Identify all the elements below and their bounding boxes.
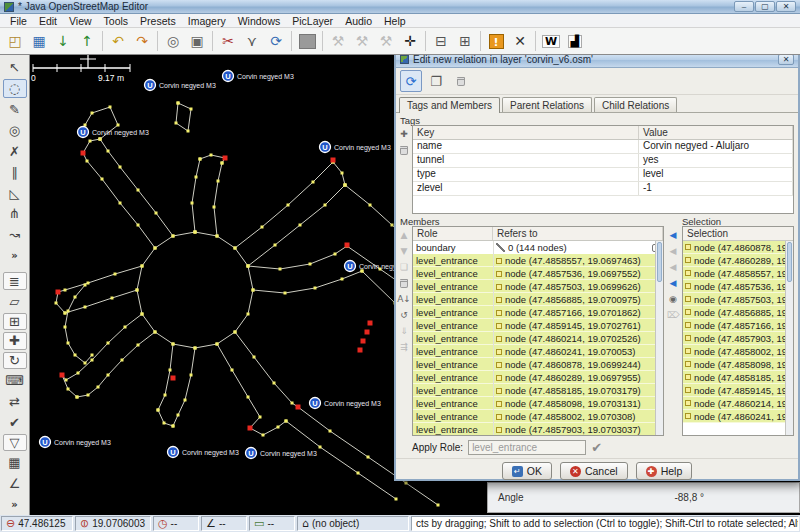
tab-parent-relations[interactable]: Parent Relations xyxy=(502,97,592,112)
add-selected-at-end-button[interactable]: ◀ xyxy=(666,276,680,290)
selection-row[interactable]: node (47.4857166, 19.0701862) xyxy=(683,319,793,332)
menu-view[interactable]: View xyxy=(63,15,98,27)
add-selected-after-button[interactable]: ◀ xyxy=(666,260,680,274)
member-row[interactable]: level_entrancenode (47.4860241, 19.07005… xyxy=(413,345,663,358)
select-tool-button[interactable]: ↖ xyxy=(3,58,27,77)
remove-selected-members-button[interactable]: ⌦ xyxy=(666,308,680,322)
presets-panel-toggle-button[interactable]: ✚ xyxy=(3,332,27,349)
menu-piclayer[interactable]: PicLayer xyxy=(286,15,339,27)
adjust-tool-3-button[interactable]: ⚒ xyxy=(374,30,398,53)
car-routing-button[interactable]: ⊟ xyxy=(429,30,453,53)
menu-help[interactable]: Help xyxy=(378,15,412,27)
menu-edit[interactable]: Edit xyxy=(33,15,63,27)
add-tag-button[interactable]: ✚ xyxy=(397,127,411,141)
member-row[interactable]: level_entrancenode (47.4859145, 19.07027… xyxy=(413,319,663,332)
selection-row[interactable]: node (47.4858002, 19.070308) xyxy=(683,345,793,358)
wikipedia-button[interactable]: W xyxy=(539,30,563,53)
split-way-button[interactable]: ⋎ xyxy=(240,30,264,53)
zoom-to-selection-button[interactable]: ◎ xyxy=(161,30,185,53)
tab-child-relations[interactable]: Child Relations xyxy=(594,97,677,112)
reverse-order-button[interactable]: ↺ xyxy=(397,308,411,322)
ok-button[interactable]: ↵ OK xyxy=(502,462,552,480)
extrude-tool-button[interactable]: ◺ xyxy=(3,184,27,203)
menu-audio[interactable]: Audio xyxy=(339,15,378,27)
add-selected-at-start-button[interactable]: ◀ xyxy=(666,228,680,242)
tag-row[interactable]: zlevel-1 xyxy=(413,182,793,196)
download-incomplete-members-button[interactable]: ⇶ xyxy=(397,340,411,354)
member-row[interactable]: level_entrancenode (47.4857503, 19.06996… xyxy=(413,280,663,293)
upload-data-button[interactable]: ↑ xyxy=(75,30,99,53)
move-member-down-button[interactable]: ▼ xyxy=(397,244,411,258)
combine-way-button[interactable]: ✂ xyxy=(216,30,240,53)
undo-button[interactable]: ↶ xyxy=(106,30,130,53)
selection-row[interactable]: node (47.4857536, 19.0697552) xyxy=(683,280,793,293)
selection-row[interactable]: node (47.4856885, 19.0700975) xyxy=(683,306,793,319)
selection-row[interactable]: node (47.4860289, 19.0697955) xyxy=(683,254,793,267)
close-tool-button[interactable]: ✕ xyxy=(508,30,532,53)
tools-overflow-button[interactable]: » xyxy=(3,246,27,265)
duplicate-relation-button[interactable]: ❐ xyxy=(425,70,447,92)
apply-changes-button[interactable]: ⟳ xyxy=(400,70,422,92)
follow-line-tool-button[interactable]: ↝ xyxy=(3,225,27,244)
synchronize-button[interactable]: ⟳ xyxy=(264,30,288,53)
panels-overflow-button[interactable]: » xyxy=(3,495,27,514)
relations-panel-toggle-button[interactable]: ⊞ xyxy=(3,313,27,330)
delete-member-button[interactable] xyxy=(397,276,411,290)
delete-tool-button[interactable]: ✗ xyxy=(3,142,27,161)
menu-presets[interactable]: Presets xyxy=(134,15,182,27)
member-row[interactable]: boundary0 (144 nodes) xyxy=(413,241,663,254)
lasso-tool-button[interactable]: ◌ xyxy=(3,79,27,98)
download-members-button[interactable]: ⇓ xyxy=(397,324,411,338)
member-row[interactable]: level_entrancenode (47.4857903, 19.07030… xyxy=(413,423,663,436)
redo-button[interactable]: ↷ xyxy=(130,30,154,53)
selection-row[interactable]: node (47.4857903, 19.0703037) xyxy=(683,332,793,345)
open-file-button[interactable]: ◰ xyxy=(3,30,27,53)
dialog-close-button[interactable]: ✕ xyxy=(778,54,794,65)
selection-row[interactable]: node (47.4860878, 19.0699244) xyxy=(683,241,793,254)
pan-tool-button[interactable]: ✛ xyxy=(398,30,422,53)
tag-row[interactable]: tunnelyes xyxy=(413,154,793,168)
conflicts-panel-toggle-button[interactable]: ▦ xyxy=(3,453,27,472)
download-data-button[interactable]: ↓ xyxy=(51,30,75,53)
menu-tools[interactable]: Tools xyxy=(98,15,135,27)
tag-row[interactable]: nameCorvin negyed - Aluljaro xyxy=(413,140,793,154)
adjust-tool-1-button[interactable]: ⚒ xyxy=(326,30,350,53)
selection-row[interactable]: node (47.4857503, 19.0699626) xyxy=(683,293,793,306)
transit-button[interactable]: ⊞ xyxy=(453,30,477,53)
tags-panel-toggle-button[interactable]: ▱ xyxy=(3,292,27,311)
statistics-button[interactable]: ▟ xyxy=(563,30,587,53)
filter-panel-toggle-button[interactable]: ▽ xyxy=(3,434,27,451)
member-row[interactable]: level_entrancenode (47.4858002, 19.07030… xyxy=(413,410,663,423)
selection-row[interactable]: node (47.4860241, 19.070053) xyxy=(683,410,793,423)
selection-row[interactable]: node (47.4860214, 19.0702526) xyxy=(683,397,793,410)
member-row[interactable]: level_entrancenode (47.4857166, 19.07018… xyxy=(413,306,663,319)
close-button[interactable]: ✕ xyxy=(776,1,796,12)
sort-members-button[interactable]: A↓ xyxy=(397,292,411,306)
member-row[interactable]: level_entrancenode (47.4858098, 19.07031… xyxy=(413,397,663,410)
merge-layers-button[interactable]: ⇄ xyxy=(3,392,27,411)
layers-panel-toggle-button[interactable]: ≣ xyxy=(3,272,27,289)
adjust-tool-2-button[interactable]: ⚒ xyxy=(350,30,374,53)
member-row[interactable]: level_entrancenode (47.4860878, 19.06992… xyxy=(413,358,663,371)
minimize-button[interactable]: ‒ xyxy=(734,1,754,12)
parallel-way-tool-button[interactable]: ∥ xyxy=(3,163,27,182)
menu-windows[interactable]: Windows xyxy=(232,15,287,27)
menu-file[interactable]: File xyxy=(4,15,33,27)
selection-row[interactable]: node (47.4858098, 19.0703131) xyxy=(683,358,793,371)
history-panel-toggle-button[interactable]: ↻ xyxy=(3,352,27,369)
draw-node-tool-button[interactable]: ✎ xyxy=(3,100,27,119)
duplicate-member-button[interactable]: ❏ xyxy=(397,260,411,274)
members-scrollbar[interactable] xyxy=(655,241,663,435)
member-row[interactable]: level_entrancenode (47.4857536, 19.06975… xyxy=(413,267,663,280)
move-member-up-button[interactable]: ▲ xyxy=(397,228,411,242)
selection-row[interactable]: node (47.4858557, 19.0697463) xyxy=(683,267,793,280)
warning-button[interactable]: ! xyxy=(484,30,508,53)
save-button[interactable]: ▦ xyxy=(27,30,51,53)
help-button[interactable]: ✚ Help xyxy=(636,462,693,480)
maximize-button[interactable]: ▢ xyxy=(755,1,775,12)
selection-scrollbar[interactable] xyxy=(785,241,793,435)
selection-row[interactable]: node (47.4858185, 19.0703179) xyxy=(683,371,793,384)
preferences-button[interactable]: ▣ xyxy=(185,30,209,53)
tag-row[interactable]: typelevel xyxy=(413,168,793,182)
member-row[interactable]: level_entrancenode (47.4856885, 19.07009… xyxy=(413,293,663,306)
